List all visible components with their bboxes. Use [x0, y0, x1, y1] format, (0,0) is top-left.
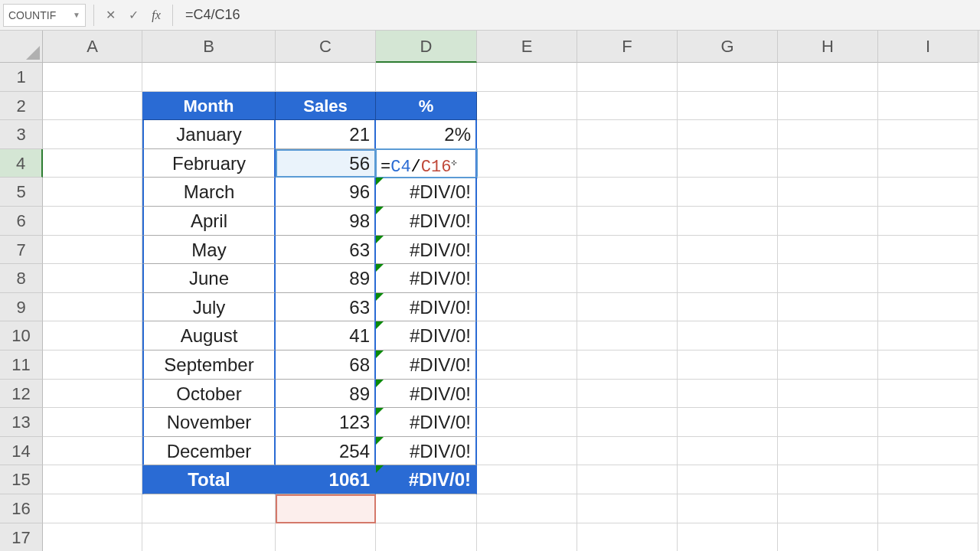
cell[interactable] — [878, 178, 978, 207]
col-header-C[interactable]: C — [276, 31, 376, 63]
col-header-A[interactable]: A — [43, 31, 142, 63]
cell[interactable] — [376, 494, 477, 523]
cell[interactable]: Sales — [276, 92, 376, 121]
cell[interactable] — [477, 523, 577, 552]
cell[interactable] — [477, 178, 577, 207]
cell[interactable]: 68 — [276, 350, 376, 380]
cell[interactable] — [477, 264, 577, 293]
cell[interactable] — [577, 293, 678, 322]
cell[interactable] — [577, 437, 678, 466]
cell[interactable] — [678, 236, 778, 265]
fx-icon[interactable]: fx — [145, 8, 168, 22]
cell[interactable] — [678, 92, 778, 121]
cell[interactable] — [577, 380, 678, 409]
cell[interactable]: 2% — [376, 120, 477, 149]
name-box[interactable]: COUNTIF ▼ — [3, 4, 86, 27]
cell[interactable]: =C4/C16✜ — [376, 149, 477, 178]
row-header-15[interactable]: 15 — [0, 465, 43, 494]
row-header-17[interactable]: 17 — [0, 523, 43, 552]
cell[interactable] — [878, 437, 978, 466]
cell[interactable] — [577, 350, 678, 380]
cell[interactable] — [577, 264, 678, 293]
cell[interactable]: #DIV/0! — [376, 465, 477, 494]
cell[interactable] — [376, 523, 477, 552]
cell[interactable] — [678, 523, 778, 552]
cell[interactable] — [43, 465, 142, 494]
cell[interactable] — [477, 350, 577, 380]
cell[interactable] — [778, 63, 878, 92]
row-header-16[interactable]: 16 — [0, 494, 43, 523]
cell[interactable] — [878, 350, 978, 380]
cell[interactable] — [43, 92, 142, 121]
cell[interactable] — [142, 63, 276, 92]
cell[interactable]: 96 — [276, 178, 376, 207]
cell[interactable] — [678, 178, 778, 207]
cell[interactable] — [778, 523, 878, 552]
cell[interactable]: Month — [142, 92, 276, 121]
cell[interactable]: #DIV/0! — [376, 236, 477, 265]
cell[interactable]: 254 — [276, 437, 376, 466]
cell[interactable] — [43, 149, 142, 178]
cell[interactable] — [878, 321, 978, 350]
cell[interactable]: #DIV/0! — [376, 437, 477, 466]
cell[interactable]: 63 — [276, 293, 376, 322]
cell[interactable] — [678, 293, 778, 322]
row-header-9[interactable]: 9 — [0, 293, 43, 322]
cell[interactable] — [276, 63, 376, 92]
cell[interactable] — [43, 523, 142, 552]
cell[interactable] — [878, 465, 978, 494]
cell[interactable] — [778, 149, 878, 178]
cell[interactable] — [276, 523, 376, 552]
col-header-G[interactable]: G — [678, 31, 778, 63]
cell[interactable] — [878, 207, 978, 236]
cell[interactable]: #DIV/0! — [376, 380, 477, 409]
cell[interactable] — [477, 408, 577, 437]
cell[interactable] — [878, 92, 978, 121]
cell[interactable] — [477, 293, 577, 322]
cell[interactable] — [43, 293, 142, 322]
row-header-5[interactable]: 5 — [0, 178, 43, 207]
cell[interactable] — [577, 236, 678, 265]
cell[interactable] — [43, 350, 142, 380]
cell[interactable]: February — [142, 149, 276, 178]
cell[interactable]: December — [142, 437, 276, 466]
cell[interactable]: 41 — [276, 321, 376, 350]
cell[interactable] — [778, 120, 878, 149]
cell[interactable] — [878, 380, 978, 409]
cell[interactable]: May — [142, 236, 276, 265]
cell[interactable]: 89 — [276, 380, 376, 409]
accept-icon[interactable]: ✓ — [122, 8, 145, 22]
cell[interactable]: #DIV/0! — [376, 178, 477, 207]
row-header-10[interactable]: 10 — [0, 321, 43, 350]
cell[interactable] — [43, 408, 142, 437]
cell[interactable] — [678, 465, 778, 494]
row-header-2[interactable]: 2 — [0, 92, 43, 121]
cell[interactable] — [43, 236, 142, 265]
cell[interactable]: #DIV/0! — [376, 293, 477, 322]
row-header-11[interactable]: 11 — [0, 350, 43, 380]
cell[interactable] — [43, 380, 142, 409]
cell[interactable] — [778, 437, 878, 466]
cell[interactable] — [778, 264, 878, 293]
cell[interactable] — [477, 437, 577, 466]
cell[interactable] — [678, 149, 778, 178]
cell[interactable]: 21 — [276, 120, 376, 149]
cell[interactable] — [878, 523, 978, 552]
cell[interactable]: 56 — [276, 149, 376, 178]
cell[interactable] — [878, 408, 978, 437]
cell[interactable]: #DIV/0! — [376, 408, 477, 437]
cell[interactable] — [678, 63, 778, 92]
cell[interactable] — [43, 178, 142, 207]
row-header-6[interactable]: 6 — [0, 207, 43, 236]
row-header-14[interactable]: 14 — [0, 437, 43, 466]
col-header-F[interactable]: F — [577, 31, 678, 63]
cell[interactable] — [577, 523, 678, 552]
cell[interactable]: July — [142, 293, 276, 322]
cell[interactable] — [778, 293, 878, 322]
formula-input[interactable]: =C4/C16 — [178, 7, 980, 23]
cell[interactable] — [577, 207, 678, 236]
cell[interactable]: April — [142, 207, 276, 236]
cell[interactable] — [577, 465, 678, 494]
cell[interactable] — [376, 63, 477, 92]
cell[interactable]: #DIV/0! — [376, 207, 477, 236]
